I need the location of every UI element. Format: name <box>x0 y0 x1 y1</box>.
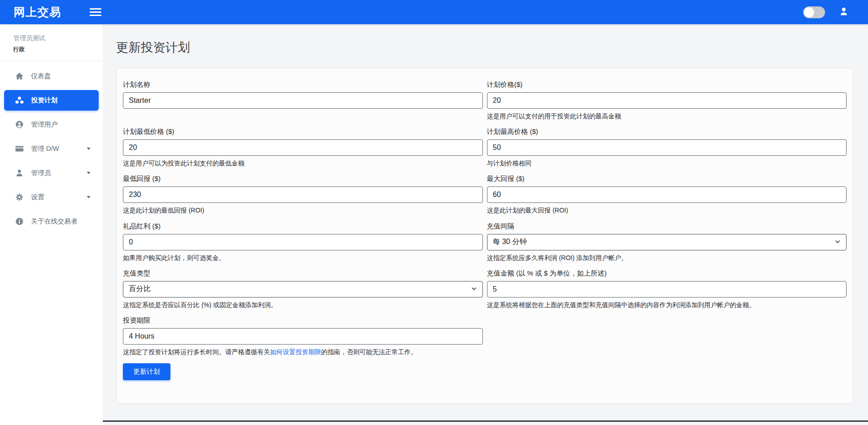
chevron-down-icon <box>471 285 477 293</box>
field-helper: 这是用户可以为投资此计划支付的最低金额 <box>123 159 483 167</box>
theme-toggle[interactable] <box>803 6 825 18</box>
credit-card-icon <box>14 144 25 153</box>
field-plan-max-price: 计划最高价格 ($) 与计划价格相同 <box>487 128 847 167</box>
page-title: 更新投资计划 <box>116 39 868 56</box>
field-label: 最大回报 ($) <box>487 175 847 183</box>
sidebar: 管理员测试 行政 仪表盘 投资计划 管理用户 管理 D/W <box>0 24 103 425</box>
toggle-knob <box>804 7 814 17</box>
gear-icon <box>14 193 25 202</box>
sidebar-item-label: 仪表盘 <box>31 72 51 80</box>
sidebar-item-label: 管理 D/W <box>31 144 59 153</box>
field-plan-min-price: 计划最低价格 ($) 这是用户可以为投资此计划支付的最低金额 <box>123 128 483 167</box>
hamburger-menu-icon[interactable] <box>90 8 101 16</box>
sidebar-item-about[interactable]: 关于在线交易者 <box>4 211 99 232</box>
info-circle-icon <box>14 217 25 226</box>
chevron-down-icon <box>87 172 90 174</box>
plan-price-input[interactable] <box>487 92 847 109</box>
sidebar-item-label: 管理员 <box>31 169 51 177</box>
field-label: 投资期限 <box>123 316 483 325</box>
field-label: 充值间隔 <box>487 222 847 231</box>
field-plan-price: 计划价格($) 这是用户可以支付的用于投资此计划的最高金额 <box>487 80 847 120</box>
sidebar-item-label: 关于在线交易者 <box>31 217 78 226</box>
field-helper: 这是系统将根据您在上面的充值类型和充值间隔中选择的内容作为利润添加到用户帐户的金… <box>487 301 847 309</box>
empty-cell <box>487 316 847 356</box>
brand-title: 网上交易 <box>14 5 61 20</box>
min-return-input[interactable] <box>123 186 483 203</box>
field-max-return: 最大回报 ($) 这是此计划的最大回报 (ROI) <box>487 175 847 214</box>
field-topup-amount: 充值金额 (以 % 或 $ 为单位，如上所述) 这是系统将根据您在上面的充值类型… <box>487 269 847 309</box>
plan-name-input[interactable] <box>123 92 483 109</box>
investment-period-input[interactable] <box>123 328 483 345</box>
sidebar-user-name: 管理员测试 <box>13 34 103 42</box>
selected-option: 每 30 分钟 <box>493 237 527 247</box>
topup-type-select[interactable]: 百分比 <box>123 281 483 298</box>
gift-bonus-input[interactable] <box>123 234 483 250</box>
selected-option: 百分比 <box>129 284 151 294</box>
field-topup-interval: 充值间隔 每 30 分钟 这指定系统应多久将利润 (ROI) 添加到用户帐户。 <box>487 222 847 262</box>
sidebar-item-admins[interactable]: 管理员 <box>4 163 99 183</box>
field-min-return: 最低回报 ($) 这是此计划的最低回报 (ROI) <box>123 175 483 214</box>
field-label: 计划价格($) <box>487 80 847 89</box>
field-plan-name: 计划名称 <box>123 80 483 120</box>
field-topup-type: 充值类型 百分比 这指定系统是否应以百分比 (%) 或固定金额添加利润。 <box>123 269 483 309</box>
field-helper: 这指定了投资计划将运行多长时间。请严格遵循有关如何设置投资期限的指南，否则可能无… <box>123 348 483 356</box>
field-helper: 与计划价格相同 <box>487 159 847 167</box>
chevron-down-icon <box>87 196 90 198</box>
sidebar-item-settings[interactable]: 设置 <box>4 187 99 207</box>
plan-form-card: 计划名称 计划价格($) 这是用户可以支付的用于投资此计划的最高金额 计划最低价… <box>116 68 853 404</box>
field-helper: 这是此计划的最大回报 (ROI) <box>487 206 847 214</box>
user-circle-icon <box>14 120 25 129</box>
topup-interval-select[interactable]: 每 30 分钟 <box>487 234 847 250</box>
field-helper: 这指定系统是否应以百分比 (%) 或固定金额添加利润。 <box>123 301 483 309</box>
home-icon <box>14 72 25 80</box>
user-profile-icon[interactable] <box>839 6 849 18</box>
sidebar-item-label: 管理用户 <box>31 120 58 129</box>
chevron-down-icon <box>87 148 90 150</box>
main-content: 更新投资计划 计划名称 计划价格($) 这是用户可以支付的用于投资此计划的最高金… <box>103 24 868 425</box>
field-label: 计划名称 <box>123 80 483 89</box>
field-label: 计划最低价格 ($) <box>123 128 483 136</box>
field-label: 充值金额 (以 % 或 $ 为单位，如上所述) <box>487 269 847 278</box>
max-return-input[interactable] <box>487 186 847 203</box>
chevron-down-icon <box>835 238 841 246</box>
update-plan-button[interactable]: 更新计划 <box>123 363 170 380</box>
user-icon <box>14 169 25 177</box>
cubes-icon <box>14 96 25 105</box>
field-label: 最低回报 ($) <box>123 175 483 183</box>
field-investment-period: 投资期限 这指定了投资计划将运行多长时间。请严格遵循有关如何设置投资期限的指南，… <box>123 316 483 356</box>
field-helper: 这是用户可以支付的用于投资此计划的最高金额 <box>487 112 847 120</box>
field-label: 礼品红利 ($) <box>123 222 483 231</box>
sidebar-item-manage-users[interactable]: 管理用户 <box>4 114 99 135</box>
sidebar-item-label: 设置 <box>31 193 44 202</box>
investment-period-guide-link[interactable]: 如何设置投资期限 <box>270 348 321 356</box>
sidebar-item-label: 投资计划 <box>31 96 58 105</box>
plan-min-price-input[interactable] <box>123 139 483 156</box>
sidebar-item-investment-plans[interactable]: 投资计划 <box>4 90 99 111</box>
footer-divider <box>103 420 868 422</box>
sidebar-divider <box>0 61 103 61</box>
sidebar-user-role: 行政 <box>13 46 103 53</box>
field-gift-bonus: 礼品红利 ($) 如果用户购买此计划，则可选奖金。 <box>123 222 483 262</box>
sidebar-item-dashboard[interactable]: 仪表盘 <box>4 66 99 86</box>
sidebar-item-manage-dw[interactable]: 管理 D/W <box>4 138 99 159</box>
field-helper: 这是此计划的最低回报 (ROI) <box>123 206 483 214</box>
top-navbar: 网上交易 <box>0 0 868 24</box>
field-helper: 如果用户购买此计划，则可选奖金。 <box>123 254 483 262</box>
field-label: 充值类型 <box>123 269 483 278</box>
field-label: 计划最高价格 ($) <box>487 128 847 136</box>
field-helper: 这指定系统应多久将利润 (ROI) 添加到用户帐户。 <box>487 254 847 262</box>
topup-amount-input[interactable] <box>487 281 847 298</box>
plan-max-price-input[interactable] <box>487 139 847 156</box>
